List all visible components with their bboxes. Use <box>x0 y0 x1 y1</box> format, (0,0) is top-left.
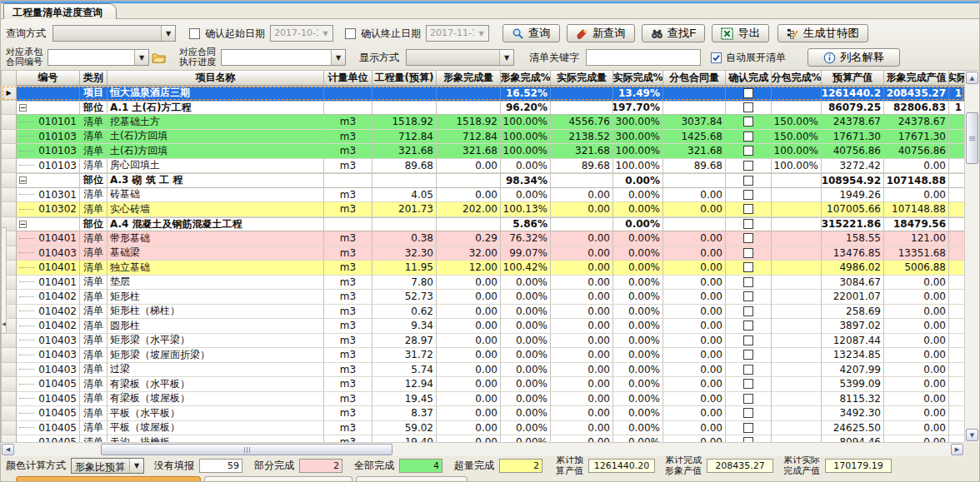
generate-gantt-button[interactable]: 生成甘特图 <box>778 24 868 42</box>
scroll-down-arrow[interactable]: ▼ <box>966 429 978 441</box>
column-header-13[interactable]: 预算产值 <box>822 71 884 86</box>
scroll-right-arrow[interactable]: ▶ <box>951 444 963 455</box>
confirm-checkbox[interactable] <box>743 248 753 258</box>
chevron-down-icon[interactable]: ▼ <box>161 26 175 41</box>
chevron-down-icon[interactable]: ▼ <box>474 26 488 41</box>
bottom-tab[interactable] <box>356 476 468 482</box>
horizontal-scroll-thumb[interactable] <box>101 444 392 455</box>
table-row[interactable]: −部位A.4 混凝土及钢筋混凝土工程5.86%0.00%315221.86184… <box>2 217 964 232</box>
horizontal-scrollbar[interactable]: ◀ ▶ <box>1 442 964 456</box>
confirm-checkbox[interactable] <box>743 102 753 112</box>
confirm-checkbox[interactable] <box>743 161 753 171</box>
column-header-15[interactable]: 实际 <box>949 71 964 86</box>
table-row[interactable]: 010103清单土(石)方回填m3712.84712.84100.00%2138… <box>2 130 964 145</box>
collapse-icon[interactable]: − <box>19 221 27 228</box>
table-row[interactable]: 010403清单过梁m35.740.000.00%0.000.00%0.0042… <box>2 363 964 378</box>
query-button[interactable]: 查询 <box>502 24 560 42</box>
vertical-scrollbar[interactable]: ▲ ▼ <box>964 71 979 442</box>
confirm-checkbox[interactable] <box>743 262 753 272</box>
table-row[interactable]: ▶项目恒大温泉酒店三期16.52%13.49%1261440.2208435.2… <box>2 86 964 101</box>
collapse-icon[interactable]: − <box>19 104 27 112</box>
column-header-0[interactable] <box>2 71 17 86</box>
color-mode-select[interactable]: 形象比预算 ▼ <box>71 458 144 474</box>
column-header-1[interactable]: 编号 <box>17 71 80 86</box>
column-header-7[interactable]: 形象完成% <box>501 71 551 86</box>
chevron-down-icon[interactable]: ▼ <box>129 459 143 473</box>
confirm-checkbox[interactable] <box>743 219 753 229</box>
column-header-8[interactable]: 实际完成量 <box>551 71 613 86</box>
confirm-checkbox[interactable] <box>743 365 753 375</box>
table-row[interactable]: 010403清单矩形梁（水平梁）m328.970.000.00%0.000.00… <box>2 334 964 349</box>
vertical-scroll-thumb[interactable] <box>966 112 978 164</box>
display-mode-select[interactable]: ▼ <box>406 49 514 66</box>
column-header-3[interactable]: 项目名称 <box>108 71 324 86</box>
collapse-icon[interactable]: − <box>19 176 27 184</box>
confirm-checkbox[interactable] <box>743 88 753 98</box>
column-header-11[interactable]: 确认完成 <box>726 71 772 86</box>
confirm-checkbox[interactable] <box>743 277 753 287</box>
confirm-checkbox[interactable] <box>743 291 753 301</box>
table-row[interactable]: 010405清单平板（水平板）m38.370.000.00%0.000.00%0… <box>2 406 964 421</box>
end-date-picker[interactable]: 2017-11-17 ▼ <box>426 25 489 42</box>
chevron-down-icon[interactable]: ▼ <box>134 50 148 65</box>
confirm-checkbox[interactable] <box>743 306 753 316</box>
tab-progress-query[interactable]: 工程量清单进度查询 <box>3 3 117 19</box>
confirm-checkbox[interactable] <box>743 117 753 127</box>
bottom-tab-active[interactable] <box>16 476 201 482</box>
table-row[interactable]: 010402清单矩形柱m352.730.000.00%0.000.00%0.00… <box>2 290 964 305</box>
confirm-checkbox[interactable] <box>743 321 753 330</box>
query-mode-select[interactable]: ▼ <box>52 25 176 42</box>
export-button[interactable]: 导出 <box>712 24 769 42</box>
column-header-4[interactable]: 计量单位 <box>324 71 372 86</box>
chevron-down-icon[interactable]: ▼ <box>499 50 513 65</box>
confirm-checkbox[interactable] <box>743 423 753 433</box>
table-row[interactable]: 010405清单平板（坡屋板）m359.020.000.00%0.000.00%… <box>2 421 964 436</box>
contract-progress-select[interactable]: ▼ <box>221 49 346 66</box>
confirm-checkbox[interactable] <box>743 394 753 404</box>
open-folder-button[interactable] <box>149 49 168 66</box>
column-header-10[interactable]: 分包合同量 <box>663 71 726 86</box>
column-header-9[interactable]: 实际完成% <box>613 71 663 86</box>
end-date-checkbox[interactable] <box>345 28 356 39</box>
confirm-checkbox[interactable] <box>743 350 753 360</box>
table-row[interactable]: 010301清单砖基础m34.050.000.00%0.000.00%0.001… <box>2 188 964 203</box>
bottom-tab[interactable] <box>204 476 352 482</box>
table-row[interactable]: 010403清单矩形梁（坡屋面折梁）m331.720.000.00%0.000.… <box>2 348 964 363</box>
new-query-button[interactable]: 新查询 <box>567 24 635 42</box>
column-header-14[interactable]: 形象完成产值 <box>884 71 949 86</box>
left-splitter[interactable]: ◀ <box>1 227 7 334</box>
confirm-checkbox[interactable] <box>743 379 753 389</box>
column-header-5[interactable]: 工程量(预算) <box>372 71 437 86</box>
table-row[interactable]: 010402清单圆形柱m39.340.000.00%0.000.00%0.003… <box>2 319 964 334</box>
table-row[interactable]: 010101清单挖基础土方m31518.921518.92100.00%4556… <box>2 115 964 130</box>
find-button[interactable]: 查找F <box>642 24 706 42</box>
confirm-checkbox[interactable] <box>743 204 753 214</box>
confirm-checkbox[interactable] <box>743 408 753 418</box>
table-row[interactable]: 010103清单房心回填土m389.680.000.00%89.68100.00… <box>2 159 964 174</box>
scroll-up-arrow[interactable]: ▲ <box>966 72 978 84</box>
confirm-checkbox[interactable] <box>743 132 753 142</box>
confirm-checkbox[interactable] <box>743 146 753 156</box>
table-row[interactable]: −部位A.3 砌 筑 工 程98.34%0.00%108954.92107148… <box>2 173 964 188</box>
table-row[interactable]: 010403清单基础梁m332.3032.0099.07%0.000.00%0.… <box>2 246 964 261</box>
table-row[interactable]: 010405清单有梁板（坡屋板）m319.450.000.00%0.000.00… <box>2 392 964 407</box>
start-date-picker[interactable]: 2017-10-18 ▼ <box>270 25 333 42</box>
table-row[interactable]: 010405清单天沟、排檐板m319.400.000.00%0.000.00%0… <box>2 435 964 442</box>
table-row[interactable]: 010103清单土(石)方回填m3321.68321.68100.00%321.… <box>2 144 964 159</box>
auto-expand-checkbox[interactable] <box>711 52 722 63</box>
table-row[interactable]: 010401清单独立基础m311.9512.00100.42%0.000.00%… <box>2 261 964 276</box>
column-header-6[interactable]: 形象完成量 <box>437 71 501 86</box>
scroll-left-arrow[interactable]: ◀ <box>2 444 14 455</box>
contract-no-select[interactable]: ▼ <box>48 49 149 66</box>
column-header-2[interactable]: 类别 <box>80 71 108 86</box>
table-row[interactable]: 010402清单矩形柱（梯柱）m30.620.000.00%0.000.00%0… <box>2 305 964 320</box>
table-row[interactable]: −部位A.1 土(石)方工程96.20%197.70%86079.2582806… <box>2 101 964 116</box>
table-row[interactable]: 010405清单有梁板（水平板）m312.940.000.00%0.000.00… <box>2 377 964 392</box>
confirm-checkbox[interactable] <box>743 176 753 186</box>
table-row[interactable]: 010401清单带形基础m30.380.2976.32%0.000.00%0.0… <box>2 231 964 246</box>
table-row[interactable]: 010302清单实心砖墙m3201.73202.00100.13%0.000.0… <box>2 202 964 217</box>
confirm-checkbox[interactable] <box>743 335 753 345</box>
chevron-down-icon[interactable]: ▼ <box>318 26 332 41</box>
column-help-button[interactable]: 列名解释 <box>808 48 900 67</box>
start-date-checkbox[interactable] <box>189 28 200 39</box>
